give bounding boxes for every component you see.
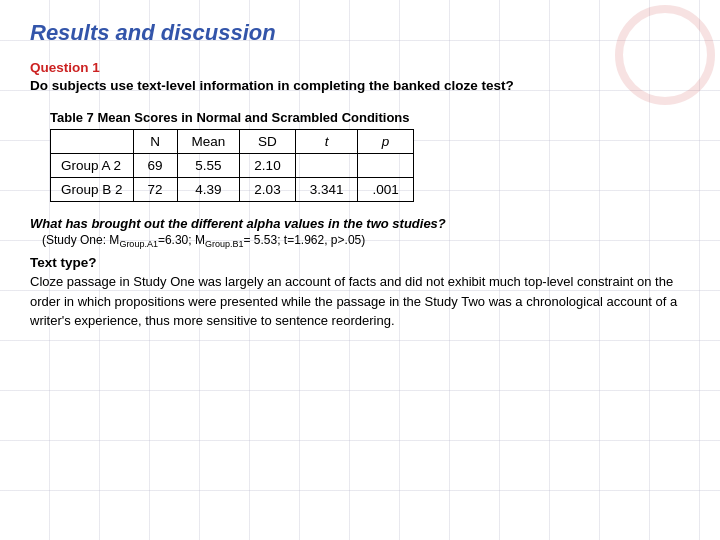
row2-label: Group B 2 <box>51 177 134 201</box>
page-title: Results and discussion <box>30 20 690 46</box>
table-row: Group B 2 72 4.39 2.03 3.341 .001 <box>51 177 414 201</box>
row1-t <box>295 153 358 177</box>
row2-sd: 2.03 <box>240 177 295 201</box>
text-type-label: Text type? <box>30 255 690 270</box>
row2-t: 3.341 <box>295 177 358 201</box>
table-row: Group A 2 69 5.55 2.10 <box>51 153 414 177</box>
header-cell-p: p <box>358 129 413 153</box>
header-cell-mean: Mean <box>177 129 240 153</box>
table-caption: Table 7 Mean Scores in Normal and Scramb… <box>50 110 690 125</box>
row2-p: .001 <box>358 177 413 201</box>
question-text: Do subjects use text-level information i… <box>30 77 690 96</box>
header-cell-sd: SD <box>240 129 295 153</box>
italic-bold-question: What has brought out the different alpha… <box>30 216 690 231</box>
body-text: Cloze passage in Study One was largely a… <box>30 272 690 331</box>
table-section: Table 7 Mean Scores in Normal and Scramb… <box>50 110 690 202</box>
study-note: (Study One: MGroup.A1=6.30; MGroup.B1= 5… <box>42 233 690 249</box>
subscript-groupb1: Group.B1 <box>205 239 244 249</box>
page: Results and discussion Question 1 Do sub… <box>0 0 720 540</box>
header-cell-n: N <box>133 129 177 153</box>
subscript-groupa1: Group.A1 <box>119 239 158 249</box>
results-table: N Mean SD t p Group A 2 69 5.55 2.10 <box>50 129 414 202</box>
row1-p <box>358 153 413 177</box>
row2-mean: 4.39 <box>177 177 240 201</box>
header-cell-t: t <box>295 129 358 153</box>
row1-sd: 2.10 <box>240 153 295 177</box>
table-header-row: N Mean SD t p <box>51 129 414 153</box>
row1-label: Group A 2 <box>51 153 134 177</box>
header-cell-label <box>51 129 134 153</box>
question-label: Question 1 <box>30 60 690 75</box>
row2-n: 72 <box>133 177 177 201</box>
row1-mean: 5.55 <box>177 153 240 177</box>
main-content: Results and discussion Question 1 Do sub… <box>30 20 690 331</box>
row1-n: 69 <box>133 153 177 177</box>
